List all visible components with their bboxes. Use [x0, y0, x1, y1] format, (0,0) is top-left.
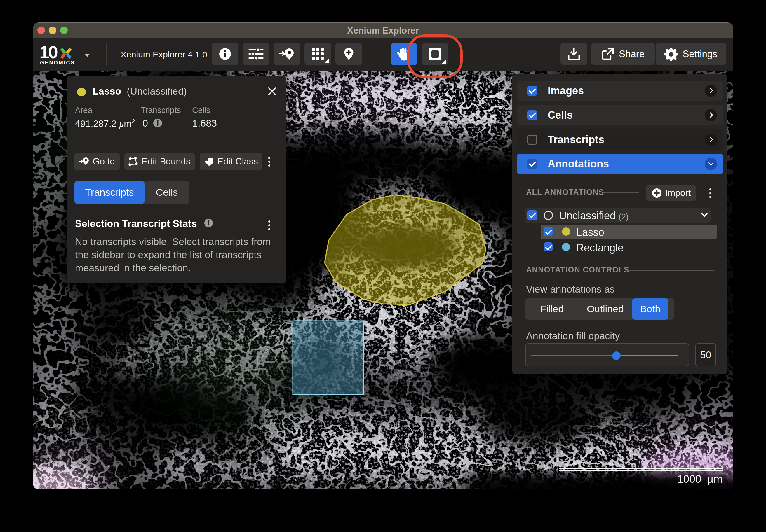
- svg-text:10: 10: [40, 44, 57, 62]
- svg-text:GENOMICS: GENOMICS: [40, 60, 75, 65]
- svg-text:1000 µm: 1000 µm: [677, 473, 723, 485]
